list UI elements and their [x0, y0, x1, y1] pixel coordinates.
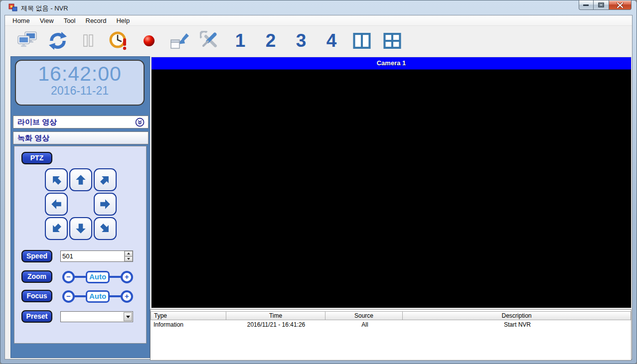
menu-view[interactable]: View [35, 16, 59, 25]
maximize-button[interactable] [594, 0, 609, 10]
record-button[interactable] [139, 29, 159, 52]
view-2-label: 2 [266, 30, 276, 51]
view-3-label: 3 [296, 30, 307, 51]
zoom-out-button[interactable]: − [62, 271, 75, 283]
chevron-double-down-icon[interactable] [135, 118, 145, 127]
recorded-video-section[interactable]: 녹화 영상 [13, 131, 149, 144]
title-bar[interactable]: 제목 없음 - NVR [0, 0, 637, 15]
window-arrow-icon [169, 31, 189, 50]
speed-input[interactable] [61, 251, 124, 261]
ptz-down-right-button[interactable] [94, 217, 117, 240]
pause-icon [82, 34, 94, 48]
arrow-up-right-icon [96, 171, 115, 189]
sidebar: 16:42:00 2016-11-21 라이브 영상 녹화 영상 PTZ [10, 56, 150, 358]
record-icon [143, 34, 156, 47]
app-icon [8, 3, 18, 12]
log-header-source[interactable]: Source [325, 311, 403, 320]
ptz-up-right-button[interactable] [94, 168, 117, 191]
view-1-label: 1 [235, 30, 246, 51]
menu-help[interactable]: Help [111, 16, 135, 25]
clock-date: 2016-11-21 [16, 84, 144, 98]
log-cell-source: All [326, 321, 404, 329]
arrow-down-icon [74, 222, 87, 235]
camera-title-bar[interactable]: Camera 1 [152, 57, 631, 70]
ptz-down-button[interactable] [69, 217, 92, 240]
arrow-right-icon [99, 198, 112, 211]
minimize-icon [583, 4, 589, 6]
log-row[interactable]: Information 2016/11/21 - 16:41:26 All St… [151, 321, 631, 329]
speed-spin-up-button[interactable] [125, 251, 133, 256]
schedule-button[interactable] [108, 29, 129, 52]
refresh-button[interactable] [47, 29, 68, 52]
view-4-button[interactable]: 4 [321, 29, 342, 52]
focus-row: Focus − Auto + [14, 290, 146, 303]
preset-dropdown[interactable] [60, 311, 133, 322]
minimize-button[interactable] [579, 0, 594, 10]
maximize-icon [598, 2, 604, 7]
ptz-button[interactable]: PTZ [21, 152, 52, 164]
ptz-right-button[interactable] [94, 193, 117, 216]
tools-icon [200, 31, 220, 51]
connect-button[interactable] [17, 29, 38, 52]
toolbar: 1 2 3 4 [5, 26, 632, 56]
log-cell-description: Start NVR [404, 321, 631, 329]
focus-in-button[interactable]: + [121, 290, 133, 303]
monitors-icon [17, 31, 38, 50]
speed-spinner [124, 251, 133, 261]
arrow-up-left-icon [47, 171, 66, 189]
log-cell-type: Information [151, 321, 226, 329]
recorded-video-label: 녹화 영상 [17, 133, 49, 142]
zoom-button[interactable]: Zoom [21, 270, 52, 283]
view-4-label: 4 [326, 30, 337, 51]
menu-record[interactable]: Record [81, 16, 112, 25]
ptz-left-button[interactable] [45, 193, 68, 216]
window-title: 제목 없음 - NVR [21, 4, 68, 13]
live-video-section[interactable]: 라이브 영상 [13, 116, 149, 128]
menu-tool[interactable]: Tool [59, 16, 81, 25]
capture-button[interactable] [169, 29, 190, 52]
zoom-in-button[interactable]: + [121, 271, 133, 283]
log-cell-time: 2016/11/21 - 16:41:26 [226, 321, 326, 329]
zoom-control: − Auto + [62, 270, 133, 284]
clock-alert-icon [109, 31, 128, 51]
split-4-button[interactable] [382, 29, 403, 52]
split-4-icon [383, 33, 401, 49]
view-3-button[interactable]: 3 [291, 29, 312, 52]
arrow-down-right-icon [96, 220, 115, 238]
zoom-row: Zoom − Auto + [14, 270, 146, 284]
app-window: 제목 없음 - NVR Home View Tool Record Help [0, 0, 637, 364]
video-pane[interactable]: Camera 1 [151, 57, 632, 308]
arrow-left-icon [50, 198, 63, 211]
spin-up-icon [127, 252, 130, 254]
log-header-type[interactable]: Type [151, 311, 226, 320]
log-header-time[interactable]: Time [226, 311, 325, 320]
menu-bar: Home View Tool Record Help [5, 15, 632, 26]
clock-time: 16:42:00 [16, 62, 144, 86]
split-2-icon [353, 33, 371, 49]
menu-home[interactable]: Home [7, 16, 35, 25]
speed-button[interactable]: Speed [21, 250, 52, 262]
speed-spin-down-button[interactable] [125, 256, 133, 262]
log-header-description[interactable]: Description [402, 311, 631, 320]
view-1-button[interactable]: 1 [230, 29, 251, 52]
ptz-down-left-button[interactable] [45, 217, 68, 240]
arrow-up-icon [74, 173, 87, 186]
speed-field-wrap [60, 250, 133, 262]
view-2-button[interactable]: 2 [260, 29, 281, 52]
speed-row: Speed [14, 250, 146, 263]
close-icon [617, 2, 624, 8]
ptz-up-left-button[interactable] [45, 168, 68, 191]
focus-auto-button[interactable]: Auto [86, 290, 110, 303]
event-log-table: Type Time Source Description Information… [150, 309, 632, 361]
settings-button[interactable] [199, 29, 220, 52]
focus-button[interactable]: Focus [21, 290, 52, 302]
focus-out-button[interactable]: − [62, 290, 75, 303]
preset-dropdown-button[interactable] [124, 312, 132, 321]
close-button[interactable] [609, 0, 632, 10]
ptz-up-button[interactable] [69, 168, 92, 191]
zoom-auto-button[interactable]: Auto [86, 271, 110, 283]
pause-button[interactable] [78, 29, 99, 52]
preset-button[interactable]: Preset [21, 310, 52, 323]
split-2-button[interactable] [351, 29, 372, 52]
focus-control: − Auto + [62, 290, 133, 303]
